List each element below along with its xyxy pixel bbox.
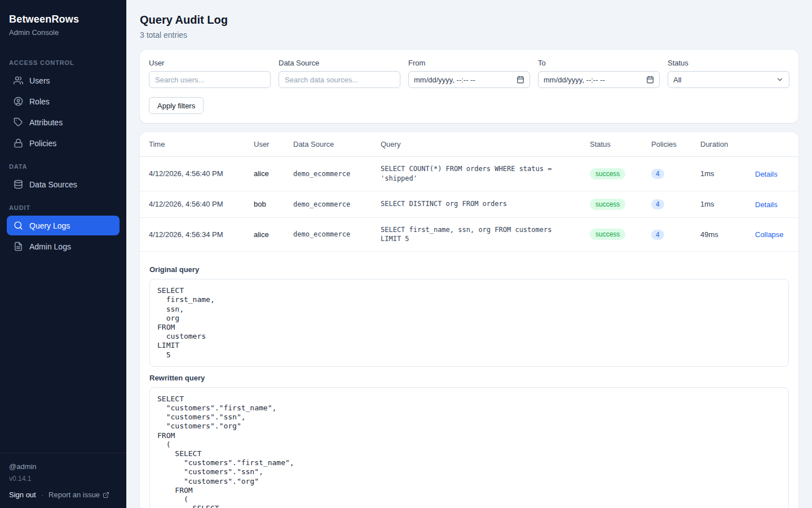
status-select-value: All [673,76,681,84]
status-select[interactable]: All [668,71,789,88]
cell-status: success [581,157,642,191]
table-row: 4/12/2026, 4:56:40 PM bob demo_ecommerce… [140,191,798,217]
audit-log-table: Time User Data Source Query Status Polic… [140,132,798,508]
nav-section-access-control: Access Control [0,50,126,69]
filter-to-label: To [538,59,660,67]
apply-filters-button[interactable]: Apply filters [149,97,204,114]
sidebar-item-label: Attributes [29,118,63,127]
status-badge: success [590,199,625,210]
cell-action: Details [746,157,798,191]
nav-section-data: Data [0,154,126,173]
external-link-icon [103,492,109,498]
sidebar-item-users[interactable]: Users [7,71,120,90]
details-link[interactable]: Details [755,200,778,209]
rewritten-query-label: Rewritten query [149,374,789,382]
filter-user-label: User [149,59,271,67]
sidebar-item-label: Data Sources [29,180,77,189]
search-icon [14,221,23,230]
col-header-user: User [245,132,284,157]
filter-from-label: From [408,59,530,67]
filter-user: User [149,59,271,88]
sidebar: BetweenRows Admin Console Access Control… [0,0,126,508]
entries-count: 3 total entries [140,30,798,40]
users-icon [14,76,23,85]
cell-action: Collapse [746,217,798,252]
cell-time: 4/12/2026, 4:56:40 PM [140,157,245,191]
sidebar-item-admin-logs[interactable]: Admin Logs [7,237,120,256]
cell-data-source: demo_ecommerce [284,191,372,217]
sidebar-item-attributes[interactable]: Attributes [7,112,120,132]
cell-data-source: demo_ecommerce [284,217,372,252]
cell-query: SELECT first_name, ssn, org FROM custome… [372,217,581,252]
database-icon [14,179,23,189]
main-content: Query Audit Log 3 total entries User Dat… [126,0,812,508]
col-header-status: Status [581,132,642,157]
cell-policies: 4 [642,217,691,252]
cell-time: 4/12/2026, 4:56:40 PM [140,191,245,217]
nav-section-audit: Audit [0,195,126,214]
cell-duration: 1ms [691,191,746,217]
cell-policies: 4 [642,191,691,217]
table-row: 4/12/2026, 4:56:34 PM alice demo_ecommer… [140,217,798,252]
filter-status: Status All [668,59,789,88]
cell-time: 4/12/2026, 4:56:34 PM [140,217,245,252]
current-user: @admin [9,462,117,471]
chevron-down-icon [776,76,784,84]
filter-from: From mm/dd/yyyy, --:-- -- [408,59,530,88]
col-header-query: Query [372,132,581,157]
status-badge: success [590,229,625,240]
from-datetime-input[interactable]: mm/dd/yyyy, --:-- -- [408,71,530,88]
report-issue-label: Report an issue [48,491,100,499]
sidebar-footer: @admin v0.14.1 Sign out · Report an issu… [0,453,126,508]
calendar-icon[interactable] [517,76,524,84]
cell-duration: 1ms [691,157,746,191]
col-header-actions [746,132,798,157]
footer-separator: · [41,491,43,499]
data-source-search-input[interactable] [279,71,400,88]
policies-badge: 4 [651,199,664,209]
from-datetime-value: mm/dd/yyyy, --:-- -- [414,76,475,84]
calendar-icon[interactable] [646,76,654,84]
sidebar-item-label: Users [29,76,50,85]
policies-badge: 4 [651,230,664,240]
col-header-policies: Policies [642,132,691,157]
filter-status-label: Status [668,59,789,67]
details-link[interactable]: Details [755,170,778,178]
cell-query: SELECT COUNT(*) FROM orders WHERE status… [372,157,581,191]
cell-status: success [581,191,642,217]
to-datetime-value: mm/dd/yyyy, --:-- -- [544,76,605,84]
report-issue-link[interactable]: Report an issue [48,491,109,499]
sidebar-item-label: Query Logs [29,221,70,230]
filter-row: User Data Source From mm/dd/yyyy, --:-- … [149,59,789,88]
status-badge: success [590,168,625,179]
cell-user: alice [245,157,284,191]
col-header-time: Time [140,132,245,157]
query-log-table: Time User Data Source Query Status Polic… [140,132,798,252]
to-datetime-input[interactable]: mm/dd/yyyy, --:-- -- [538,71,660,88]
sidebar-item-query-logs[interactable]: Query Logs [7,216,120,235]
tag-icon [14,117,23,127]
role-icon [14,97,23,106]
sidebar-item-label: Policies [29,139,56,148]
sidebar-item-policies[interactable]: Policies [7,133,120,153]
rewritten-query-code: SELECT "customers"."first_name", "custom… [149,387,789,508]
sidebar-nav: Access Control Users Roles Attributes Po… [0,47,126,453]
col-header-data-source: Data Source [284,132,372,157]
sign-out-link[interactable]: Sign out [9,491,36,499]
filter-data-source: Data Source [279,59,400,88]
cell-status: success [581,217,642,252]
app-title: BetweenRows [9,14,117,25]
user-search-input[interactable] [149,71,271,88]
collapse-link[interactable]: Collapse [755,230,784,239]
cell-data-source: demo_ecommerce [284,157,372,191]
policies-badge: 4 [651,169,664,179]
cell-query: SELECT DISTINCT org FROM orders [372,191,581,217]
sidebar-item-roles[interactable]: Roles [7,91,120,111]
filter-to: To mm/dd/yyyy, --:-- -- [538,59,660,88]
table-header-row: Time User Data Source Query Status Polic… [140,132,798,157]
sidebar-item-data-sources[interactable]: Data Sources [7,174,120,194]
original-query-label: Original query [149,265,789,274]
lock-icon [14,138,23,148]
sidebar-item-label: Admin Logs [29,242,71,251]
document-icon [14,242,23,251]
